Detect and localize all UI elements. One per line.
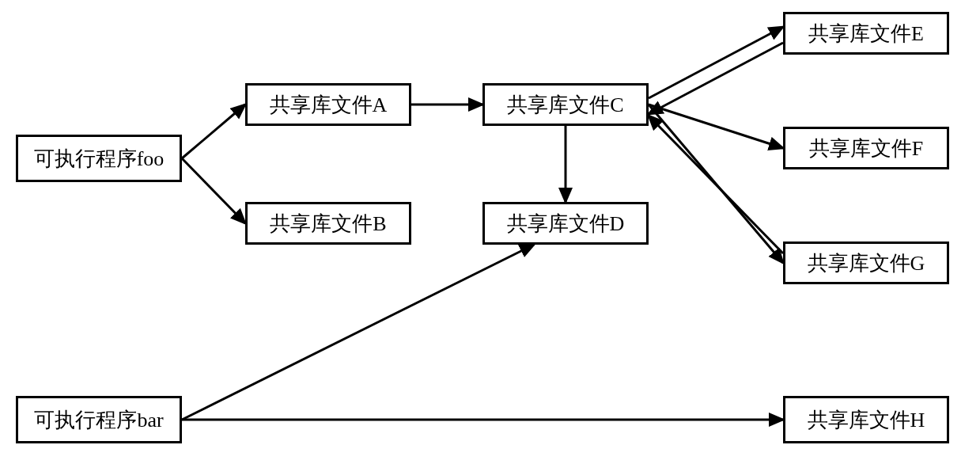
node-shared-lib-f: 共享库文件F	[783, 127, 949, 169]
edge-foo-to-b	[182, 158, 245, 223]
node-label: 共享库文件F	[809, 135, 923, 162]
edge-foo-to-a	[182, 105, 245, 158]
node-shared-lib-e: 共享库文件E	[783, 12, 949, 55]
node-shared-lib-b: 共享库文件B	[245, 202, 411, 245]
node-executable-bar: 可执行程序bar	[16, 396, 182, 443]
node-label: 共享库文件A	[270, 91, 388, 119]
node-shared-lib-a: 共享库文件A	[245, 83, 411, 126]
node-label: 共享库文件H	[808, 406, 925, 434]
node-label: 共享库文件D	[507, 210, 625, 238]
node-label: 共享库文件G	[808, 249, 925, 277]
node-shared-lib-h: 共享库文件H	[783, 396, 949, 443]
node-executable-foo: 可执行程序foo	[16, 135, 182, 182]
node-label: 共享库文件C	[507, 91, 623, 119]
edge-e-to-c	[649, 43, 783, 114]
node-label: 可执行程序foo	[34, 145, 165, 173]
edge-c-to-g	[649, 105, 783, 263]
edge-g-to-c	[649, 116, 783, 253]
node-label: 可执行程序bar	[34, 406, 163, 434]
edge-bar-to-d	[182, 245, 534, 420]
node-shared-lib-g: 共享库文件G	[783, 242, 949, 284]
diagram-canvas: 可执行程序foo 可执行程序bar 共享库文件A 共享库文件B 共享库文件C 共…	[0, 0, 980, 464]
node-shared-lib-c: 共享库文件C	[482, 83, 649, 126]
node-label: 共享库文件E	[808, 20, 924, 48]
edge-c-to-f	[649, 105, 783, 148]
node-label: 共享库文件B	[270, 210, 386, 238]
edge-c-to-e	[649, 27, 783, 98]
node-shared-lib-d: 共享库文件D	[482, 202, 649, 245]
